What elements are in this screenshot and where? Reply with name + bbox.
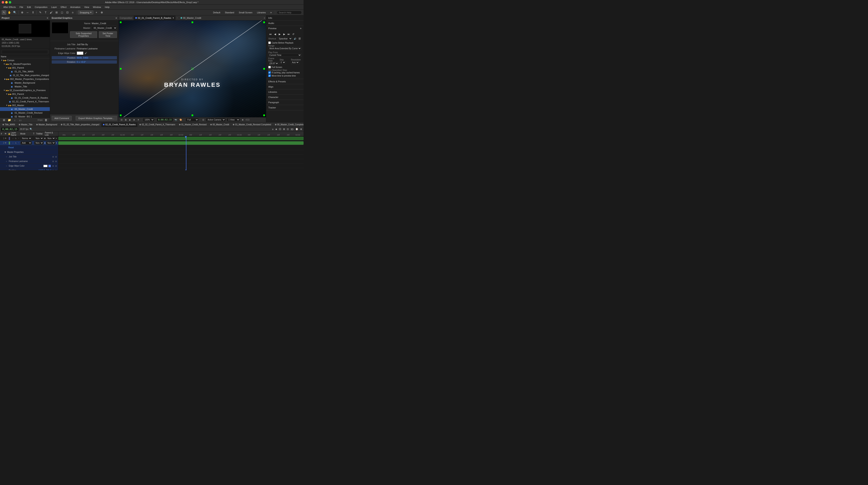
- firstname-sw2[interactable]: ⊞: [55, 160, 57, 162]
- resolution-select-preview[interactable]: Auto: [291, 61, 299, 64]
- jobtitle-sw1[interactable]: ⊞: [52, 156, 54, 158]
- transform-arrow[interactable]: ▼: [4, 151, 7, 153]
- switch-solo-2[interactable]: ☆: [11, 142, 14, 144]
- handle-bottom-left[interactable]: [120, 115, 122, 116]
- hand-tool[interactable]: ✋: [7, 10, 12, 15]
- shortcut-select[interactable]: Spacebar: [278, 37, 292, 40]
- tree-item-comps[interactable]: ▼ ▶▶ Comps: [0, 58, 50, 62]
- zoom-tool[interactable]: 🔍: [12, 10, 17, 15]
- tree-item-master-title[interactable]: ▣ Master_Title: [0, 85, 50, 88]
- tree-item-01-master-revised[interactable]: ▣ 01_Master_Credit_Revised: [0, 111, 50, 115]
- effects-section-header[interactable]: Effects & Presets: [266, 79, 304, 84]
- fullscreen-checkbox[interactable]: [268, 66, 271, 68]
- viewer-mask-btn[interactable]: ◈: [128, 118, 131, 121]
- viewer-color-btn[interactable]: 🎨: [179, 118, 183, 121]
- tl-time-stretch[interactable]: ⌚: [295, 128, 299, 131]
- workspace-libraries[interactable]: Libraries: [255, 11, 268, 14]
- new-comp-button[interactable]: ⊞: [2, 118, 6, 122]
- viewer-tab-02-01[interactable]: 02_01_Credit_Parent_B_Rawles ▾: [134, 16, 176, 20]
- viewer-tab-00-master[interactable]: 00_Master_Credit: [179, 16, 203, 20]
- tab-options-02-01[interactable]: ▾: [173, 17, 174, 19]
- layer-expand-1[interactable]: ▾: [56, 137, 57, 140]
- viewer-3d-btn[interactable]: ⊕: [132, 118, 135, 121]
- camera-orbit-tool[interactable]: ⊕: [20, 10, 24, 15]
- layer-vis-1[interactable]: 👁: [5, 137, 7, 140]
- puppet-tool[interactable]: ⌾: [70, 10, 75, 15]
- text-tool[interactable]: T: [43, 10, 48, 15]
- tree-item-02-01-credit[interactable]: ▣ 02_01_Credit_Parent_B_Rawles: [0, 96, 50, 100]
- tree-item-02-master-bg1[interactable]: ▣ 02_Master_BG 1: [0, 115, 50, 118]
- zoom-select[interactable]: 100% 50% 200%: [143, 118, 154, 122]
- libraries-section-header[interactable]: Libraries: [266, 89, 304, 94]
- add-comment-button[interactable]: Add Comment: [52, 116, 72, 121]
- handle-top-left[interactable]: [120, 22, 122, 23]
- viewer-options-icon[interactable]: ≡: [264, 17, 265, 19]
- export-template-button[interactable]: Export Motion Graphics Template...: [76, 116, 117, 121]
- tl-tab-master-title[interactable]: Master_Title: [17, 123, 34, 127]
- set-poster-time-button[interactable]: Set Poster Time: [99, 31, 117, 38]
- project-menu-icon[interactable]: ≡: [47, 17, 48, 19]
- minimize-button[interactable]: [5, 1, 8, 4]
- switch-effect-2[interactable]: fx: [14, 142, 17, 144]
- viewer-region-btn[interactable]: ⊡: [202, 118, 205, 121]
- roto-tool[interactable]: ⊡: [65, 10, 70, 15]
- current-time-display[interactable]: 0;00;02;15: [1, 127, 19, 131]
- menu-view[interactable]: View: [83, 5, 91, 9]
- tl-3d-switch[interactable]: 3D: [290, 128, 294, 131]
- resolution-select[interactable]: Full Half Quarter: [186, 118, 199, 122]
- viewer-camera-btn[interactable]: 📷: [174, 118, 178, 121]
- paragraph-section-header[interactable]: Paragraph: [266, 100, 304, 105]
- next-frame-button[interactable]: ▶: [282, 32, 286, 36]
- audio-section-header[interactable]: Audio: [266, 21, 304, 26]
- preview-section-header[interactable]: Preview ≡: [266, 26, 304, 31]
- tracker-section-header[interactable]: Tracker: [266, 105, 304, 110]
- menu-edit[interactable]: Edit: [25, 5, 33, 9]
- info-section-header[interactable]: Info: [266, 16, 304, 21]
- position-sw2[interactable]: ⊞: [55, 170, 57, 170]
- layer-trim-1[interactable]: None: [34, 137, 43, 140]
- align-section-header[interactable]: Align: [266, 84, 304, 89]
- tl-motion-blur[interactable]: ⓪: [278, 127, 282, 131]
- menu-help[interactable]: Help: [103, 5, 111, 9]
- tree-item-01master[interactable]: ▼ ▶▶ 01_MasterProperties: [0, 62, 50, 66]
- prev-frame-button[interactable]: ◀: [273, 32, 277, 36]
- snapping-toggle[interactable]: Snapping ▾: [78, 10, 93, 14]
- include-video-btn[interactable]: 🎬: [298, 37, 302, 40]
- cache-checkbox[interactable]: [268, 41, 271, 44]
- layer-expand-2[interactable]: ▾: [56, 142, 57, 144]
- tl-tab-02-01-credit[interactable]: 02_01_Credit_Parent_B_Rawles: [101, 123, 137, 127]
- play-from-select[interactable]: Current Time: [268, 54, 302, 57]
- menu-aftereffects[interactable]: After Effects: [2, 5, 18, 9]
- go-end-button[interactable]: ⏭: [287, 32, 291, 36]
- tl-markers[interactable]: ⊡: [286, 128, 289, 131]
- tl-tab-02-02-credit[interactable]: 02_02_Credit_Parent_K_Thiermann: [138, 123, 177, 127]
- view-select[interactable]: Active Camera Front Top: [206, 118, 225, 122]
- maximize-button[interactable]: [9, 1, 11, 4]
- play-button[interactable]: ▶: [277, 32, 282, 36]
- tl-tab-00-master-credit[interactable]: 00_Master_Credit: [209, 123, 231, 127]
- workspace-default[interactable]: Default: [211, 11, 222, 14]
- tree-item-002master2[interactable]: ▼ ▶▶ 002_Master: [0, 103, 50, 107]
- layer-parent-1[interactable]: None: [46, 137, 56, 140]
- selection-tool[interactable]: ↖: [2, 10, 6, 15]
- workspace-standard[interactable]: Standard: [223, 11, 236, 14]
- menu-animation[interactable]: Animation: [69, 5, 82, 9]
- tl-tab-00-master-completed[interactable]: 00_Master_Credit_Completed: [273, 123, 304, 127]
- layer-parent-2[interactable]: None: [46, 141, 56, 145]
- caching-checkbox[interactable]: [268, 71, 271, 74]
- edgecolor-swatch[interactable]: [43, 165, 48, 167]
- switch-solo-1[interactable]: ☆: [11, 138, 14, 140]
- edgecolor-sw1[interactable]: ⊞: [52, 165, 54, 167]
- viewer-grid-btn[interactable]: ⊞: [124, 118, 127, 121]
- tree-item-title-props[interactable]: ▣ 01_02_Title_Main_properties_changed: [0, 73, 50, 77]
- import-multiple-button[interactable]: ↓↓: [18, 118, 23, 122]
- layer-vis-2[interactable]: 👁: [5, 142, 7, 144]
- handle-mid-left[interactable]: [120, 68, 122, 70]
- eyedropper-icon[interactable]: 🖋: [85, 52, 87, 55]
- track-x-tool[interactable]: ↔: [25, 10, 30, 15]
- new-folder-button[interactable]: 📁: [7, 118, 12, 122]
- position-value-display[interactable]: 1197.0, 741.0: [38, 169, 51, 170]
- layer-mode-1[interactable]: Normal: [21, 137, 32, 140]
- preview-menu-icon[interactable]: ≡: [300, 27, 302, 30]
- playhead[interactable]: [186, 136, 186, 170]
